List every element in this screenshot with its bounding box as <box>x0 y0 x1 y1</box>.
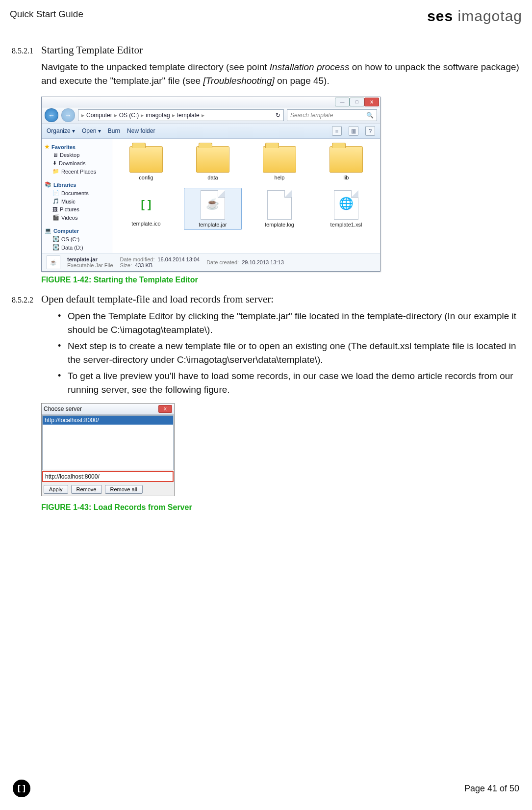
search-icon: 🔍 <box>366 112 374 119</box>
bullet-3: To get a live preview you'll have to loa… <box>56 369 520 396</box>
status-filename: template.jar <box>67 256 98 262</box>
bullet-1: Open the Template Editor by clicking the… <box>56 309 520 336</box>
brand-bold: ses <box>427 8 453 24</box>
libraries-icon: 📚 <box>45 181 51 188</box>
choose-server-dialog: Choose server X http://localhost:8000/ A… <box>41 403 175 496</box>
favorites-icon: ★ <box>45 144 50 150</box>
ico-file-icon: [ ] <box>134 190 158 219</box>
brand-thin: imagotag <box>453 8 522 24</box>
sidebar-computer[interactable]: Computer <box>53 228 79 234</box>
remove-button[interactable]: Remove <box>71 485 102 494</box>
sidebar-favorites[interactable]: Favorites <box>51 144 76 150</box>
section-2-heading: 8.5.2.2 Open default template-file and l… <box>12 293 520 305</box>
jar-file-icon <box>201 190 225 220</box>
crumb-imagotag[interactable]: imagotag <box>146 112 170 119</box>
view-icon[interactable]: ≡ <box>332 126 342 136</box>
page-footer: [ ] Page 41 of 50 <box>0 780 532 797</box>
sidebar-desktop[interactable]: 🖥 Desktop <box>45 152 109 158</box>
explorer-file-pane: config data help lib [ ]template.ico tem… <box>112 139 380 253</box>
sidebar-downloads[interactable]: ⬇ Downloads <box>45 160 109 166</box>
file-template-jar[interactable]: template.jar <box>184 188 242 230</box>
explorer-sidebar: ★Favorites 🖥 Desktop ⬇ Downloads 📁 Recen… <box>42 139 112 253</box>
crumb-os[interactable]: OS (C:) <box>119 112 139 119</box>
explorer-screenshot: — □ X ← → ▸ Computer ▸ OS (C:) ▸ imagota… <box>41 97 380 272</box>
section-1-number: 8.5.2.1 <box>12 47 41 55</box>
server-list-item[interactable]: http://localhost:8000/ <box>43 416 173 425</box>
explorer-statusbar: ☕ template.jar Executable Jar File Date … <box>42 253 380 271</box>
log-file-icon <box>267 190 292 220</box>
brand-logo: ses imagotag <box>427 9 522 24</box>
search-input[interactable]: Search template 🔍 <box>287 109 377 121</box>
explorer-titlebar: — □ X <box>42 97 380 107</box>
server-list[interactable]: http://localhost:8000/ <box>42 415 174 470</box>
page-header: Quick Start Guide ses imagotag <box>0 9 532 24</box>
figure-1-42-caption: FIGURE 1-42: Starting the Template Edito… <box>41 276 520 284</box>
status-date-modified: 16.04.2014 13:04 <box>157 256 200 262</box>
remove-all-button[interactable]: Remove all <box>105 485 143 494</box>
nav-forward-button[interactable]: → <box>61 108 75 122</box>
window-maximize-button[interactable]: □ <box>350 98 364 106</box>
crumb-template[interactable]: template <box>177 112 200 119</box>
bullet-2: Next step is to create a new template fi… <box>56 339 520 366</box>
section-2-bullets: Open the Template Editor by clicking the… <box>56 309 520 396</box>
footer-badge-icon: [ ] <box>13 780 30 797</box>
file-template-xsl[interactable]: template1.xsl <box>317 188 375 230</box>
section-1-heading: 8.5.2.1 Starting Template Editor <box>12 44 520 56</box>
page-number: Page 41 of 50 <box>464 784 519 794</box>
sidebar-documents[interactable]: 📄 Documents <box>45 190 109 196</box>
status-filetype: Executable Jar File <box>67 262 113 268</box>
sidebar-pictures[interactable]: 🖼 Pictures <box>45 206 109 212</box>
sidebar-videos[interactable]: 🎬 Videos <box>45 214 109 221</box>
explorer-navbar: ← → ▸ Computer ▸ OS (C:) ▸ imagotag ▸ te… <box>42 107 380 124</box>
figure-1-43-caption: FIGURE 1-43: Load Records from Server <box>41 503 520 512</box>
folder-help[interactable]: help <box>251 144 308 183</box>
section-1-title: Starting Template Editor <box>41 44 520 56</box>
dialog-title: Choose server <box>44 405 82 412</box>
folder-config[interactable]: config <box>117 144 175 183</box>
status-date-created: 29.10.2013 13:13 <box>242 259 284 265</box>
server-url-input[interactable] <box>42 471 174 482</box>
file-template-ico[interactable]: [ ]template.ico <box>117 188 175 230</box>
section-2-number: 8.5.2.2 <box>12 296 41 304</box>
status-thumb-icon: ☕ <box>47 255 60 269</box>
folder-icon <box>196 146 229 173</box>
folder-lib[interactable]: lib <box>317 144 375 183</box>
sidebar-os-c[interactable]: 💽 OS (C:) <box>45 236 109 242</box>
xsl-file-icon <box>334 190 358 220</box>
window-close-button[interactable]: X <box>364 98 379 106</box>
folder-data[interactable]: data <box>184 144 242 183</box>
search-placeholder: Search template <box>290 112 333 119</box>
burn-button[interactable]: Burn <box>108 127 120 134</box>
preview-pane-icon[interactable]: ▥ <box>349 126 358 136</box>
doc-title: Quick Start Guide <box>10 9 83 20</box>
dialog-titlebar: Choose server X <box>42 404 174 415</box>
organize-menu[interactable]: Organize ▾ <box>47 127 75 134</box>
file-template-log[interactable]: template.log <box>251 188 308 230</box>
crumb-computer[interactable]: Computer <box>86 112 112 119</box>
apply-button[interactable]: Apply <box>44 485 68 494</box>
window-minimize-button[interactable]: — <box>335 98 350 106</box>
sidebar-recent[interactable]: 📁 Recent Places <box>45 168 109 175</box>
folder-icon <box>129 146 163 173</box>
refresh-icon[interactable]: ↻ <box>276 112 280 119</box>
nav-back-button[interactable]: ← <box>45 108 58 122</box>
help-icon[interactable]: ? <box>365 126 375 136</box>
sidebar-data-d[interactable]: 💽 Data (D:) <box>45 244 109 251</box>
breadcrumb[interactable]: ▸ Computer ▸ OS (C:) ▸ imagotag ▸ templa… <box>78 109 284 121</box>
new-folder-button[interactable]: New folder <box>127 127 155 134</box>
section-1-paragraph: Navigate to the unpacked template direct… <box>41 60 520 87</box>
status-size: 433 KB <box>135 262 152 268</box>
open-menu[interactable]: Open ▾ <box>82 127 101 134</box>
section-2-title: Open default template-file and load reco… <box>41 293 520 305</box>
dialog-close-button[interactable]: X <box>158 405 172 413</box>
sidebar-libraries[interactable]: Libraries <box>53 182 76 188</box>
sidebar-music[interactable]: 🎵 Music <box>45 198 109 204</box>
explorer-toolbar: Organize ▾ Open ▾ Burn New folder ≡ ▥ ? <box>42 124 380 139</box>
folder-icon <box>263 146 296 173</box>
folder-icon <box>329 146 363 173</box>
